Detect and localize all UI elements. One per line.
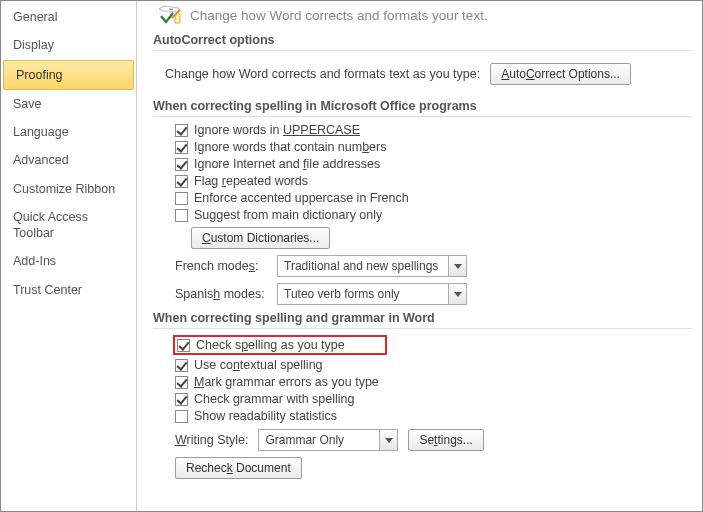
sidebar-item-add-ins[interactable]: Add-Ins xyxy=(1,247,136,275)
spanish-modes-label: Spanish modes: xyxy=(175,287,267,301)
section-office-title: When correcting spelling in Microsoft Of… xyxy=(153,99,692,117)
ignore-uppercase[interactable]: Ignore words in UPPERCASE xyxy=(175,123,360,137)
ignore-urls-checkbox[interactable] xyxy=(175,158,188,171)
enforce-french-checkbox[interactable] xyxy=(175,192,188,205)
recheck-document-button[interactable]: Recheck Document xyxy=(175,457,302,479)
sidebar-item-quick-access-toolbar[interactable]: Quick Access Toolbar xyxy=(1,203,136,248)
sidebar-item-advanced[interactable]: Advanced xyxy=(1,146,136,174)
section-word-title: When correcting spelling and grammar in … xyxy=(153,311,692,329)
section-autocorrect-title: AutoCorrect options xyxy=(153,33,692,51)
show-readability[interactable]: Show readability statistics xyxy=(175,409,337,423)
writing-style-select[interactable]: Grammar Only xyxy=(258,429,398,451)
check-grammar-with-spelling-checkbox[interactable] xyxy=(175,393,188,406)
sidebar-item-trust-center[interactable]: Trust Center xyxy=(1,276,136,304)
contextual-spelling[interactable]: Use contextual spelling xyxy=(175,358,323,372)
show-readability-checkbox[interactable] xyxy=(175,410,188,423)
sidebar-item-general[interactable]: General xyxy=(1,3,136,31)
autocorrect-text: Change how Word corrects and formats tex… xyxy=(165,67,480,81)
flag-repeat-checkbox[interactable] xyxy=(175,175,188,188)
suggest-main-checkbox[interactable] xyxy=(175,209,188,222)
chevron-down-icon[interactable] xyxy=(379,430,397,450)
french-modes-label: French modes: xyxy=(175,259,267,273)
writing-style-label: Writing Style: xyxy=(175,433,248,447)
settings-button[interactable]: Settings... xyxy=(408,429,483,451)
sidebar-item-save[interactable]: Save xyxy=(1,90,136,118)
french-modes-select[interactable]: Traditional and new spellings xyxy=(277,255,467,277)
custom-dictionaries-button[interactable]: Custom Dictionaries... xyxy=(191,227,330,249)
enforce-french[interactable]: Enforce accented uppercase in French xyxy=(175,191,409,205)
sidebar-item-customize-ribbon[interactable]: Customize Ribbon xyxy=(1,175,136,203)
contextual-spelling-checkbox[interactable] xyxy=(175,359,188,372)
suggest-main[interactable]: Suggest from main dictionary only xyxy=(175,208,382,222)
ignore-uppercase-checkbox[interactable] xyxy=(175,124,188,137)
sidebar-item-language[interactable]: Language xyxy=(1,118,136,146)
mark-grammar[interactable]: Mark grammar errors as you type xyxy=(175,375,379,389)
chevron-down-icon[interactable] xyxy=(448,256,466,276)
ignore-numbers[interactable]: Ignore words that contain numbers xyxy=(175,140,386,154)
sidebar-item-display[interactable]: Display xyxy=(1,31,136,59)
proofing-panel: Change how Word corrects and formats you… xyxy=(137,1,702,511)
panel-header: Change how Word corrects and formats you… xyxy=(153,5,692,25)
autocorrect-row: Change how Word corrects and formats tex… xyxy=(153,57,692,93)
chevron-down-icon[interactable] xyxy=(448,284,466,304)
spanish-modes-select[interactable]: Tuteo verb forms only xyxy=(277,283,467,305)
ignore-numbers-checkbox[interactable] xyxy=(175,141,188,154)
autocorrect-options-button[interactable]: AutoCorrect Options... xyxy=(490,63,631,85)
options-sidebar: GeneralDisplayProofingSaveLanguageAdvanc… xyxy=(1,1,137,511)
flag-repeat[interactable]: Flag repeated words xyxy=(175,174,308,188)
check-grammar-with-spelling[interactable]: Check grammar with spelling xyxy=(175,392,354,406)
check-spelling-checkbox[interactable] xyxy=(177,339,190,352)
ignore-urls[interactable]: Ignore Internet and file addresses xyxy=(175,157,380,171)
panel-header-text: Change how Word corrects and formats you… xyxy=(190,8,488,23)
proofing-icon xyxy=(158,5,182,25)
highlighted-check-spelling: Check spelling as you type xyxy=(173,335,387,355)
mark-grammar-checkbox[interactable] xyxy=(175,376,188,389)
sidebar-item-proofing[interactable]: Proofing xyxy=(3,60,134,90)
check-spelling[interactable]: Check spelling as you type xyxy=(177,338,345,352)
